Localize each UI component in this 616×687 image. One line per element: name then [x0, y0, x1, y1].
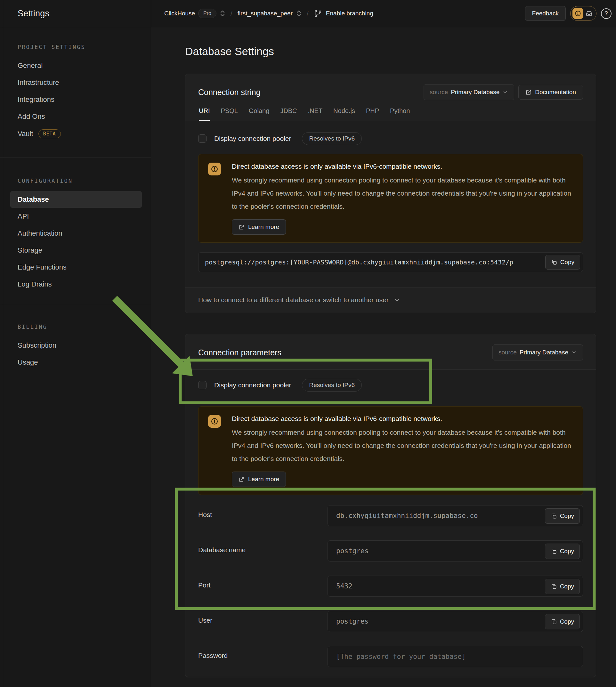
field-row-port: Port 5432 Copy: [198, 576, 583, 597]
database-name-value: postgres: [328, 541, 583, 561]
connection-string-value: postgresql://postgres:[YOUR-PASSWORD]@db…: [198, 252, 583, 272]
sidebar-item-infrastructure[interactable]: Infrastructure: [10, 74, 142, 91]
connection-parameters-card: Connection parameters source Primary Dat…: [185, 334, 596, 678]
field-label: Database name: [198, 540, 328, 554]
port-value: 5432: [328, 576, 583, 596]
sidebar-item-label: Infrastructure: [18, 79, 59, 87]
connection-string-title: Connection string: [198, 88, 261, 97]
display-connection-pooler-label: Display connection pooler: [214, 135, 291, 142]
copy-icon: [551, 619, 557, 625]
sidebar-item-usage[interactable]: Usage: [10, 354, 142, 371]
password-field[interactable]: [The password for your database]: [328, 646, 583, 667]
sidebar-item-edge-functions[interactable]: Edge Functions: [10, 259, 142, 275]
copy-user-button[interactable]: Copy: [545, 614, 580, 629]
sidebar-item-vault[interactable]: Vault BETA: [10, 125, 142, 142]
header-breadcrumb-area: ClickHouse Pro / first_supabase_peer / E…: [151, 0, 616, 27]
tab-python[interactable]: Python: [390, 107, 410, 121]
tab-nodejs[interactable]: Node.js: [333, 107, 355, 121]
connection-string-field[interactable]: postgresql://postgres:[YOUR-PASSWORD]@db…: [198, 252, 583, 272]
display-connection-pooler-checkbox[interactable]: [198, 381, 206, 389]
field-row-host: Host db.cxhygiuitamxhniiddjm.supabase.co…: [198, 505, 583, 526]
plan-badge: Pro: [198, 9, 216, 18]
database-name-field[interactable]: postgres Copy: [328, 540, 583, 561]
display-connection-pooler-label: Display connection pooler: [214, 381, 291, 389]
org-selector-chevrons-icon[interactable]: [220, 9, 225, 18]
external-link-icon: [239, 224, 245, 230]
learn-more-button[interactable]: Learn more: [232, 219, 286, 235]
warning-body: We strongly recommend using connection p…: [232, 174, 572, 213]
connection-parameter-fields: Host db.cxhygiuitamxhniiddjm.supabase.co…: [198, 505, 583, 667]
display-connection-pooler-checkbox[interactable]: [198, 134, 206, 143]
source-dropdown[interactable]: source Primary Database: [492, 345, 583, 360]
beta-badge: BETA: [39, 129, 61, 138]
copy-database-name-button[interactable]: Copy: [545, 544, 580, 559]
tab-php[interactable]: PHP: [366, 107, 379, 121]
tab-psql[interactable]: PSQL: [221, 107, 238, 121]
port-field[interactable]: 5432 Copy: [328, 576, 583, 597]
copy-icon: [551, 583, 557, 590]
resolves-to-ipv6-badge: Resolves to IPv6: [302, 379, 362, 392]
sidebar-section-configuration: CONFIGURATION Database API Authenticatio…: [0, 158, 151, 293]
sidebar-item-integrations[interactable]: Integrations: [10, 91, 142, 108]
sidebar-item-general[interactable]: General: [10, 57, 142, 74]
section-label-configuration: CONFIGURATION: [18, 178, 142, 184]
section-label-billing: BILLING: [18, 324, 142, 330]
sidebar-item-storage[interactable]: Storage: [10, 242, 142, 259]
sidebar-section-billing: BILLING Subscription Usage: [0, 305, 151, 371]
tab-uri[interactable]: URI: [199, 107, 210, 121]
sidebar-item-label: General: [18, 62, 43, 70]
alert-icon: [572, 8, 584, 19]
tab-golang[interactable]: Golang: [249, 107, 269, 121]
user-field[interactable]: postgres Copy: [328, 611, 583, 632]
tab-dotnet[interactable]: .NET: [308, 107, 323, 121]
footer-expander-label: How to connect to a different database o…: [198, 296, 389, 304]
copy-icon: [551, 513, 557, 519]
help-button[interactable]: ?: [601, 8, 612, 19]
external-link-icon: [239, 477, 245, 483]
enable-branching-button[interactable]: Enable branching: [326, 10, 373, 17]
host-value: db.cxhygiuitamxhniiddjm.supabase.co: [328, 506, 583, 526]
connection-string-footer[interactable]: How to connect to a different database o…: [185, 288, 596, 313]
sidebar-item-log-drains[interactable]: Log Drains: [10, 276, 142, 293]
source-dropdown[interactable]: source Primary Database: [423, 84, 514, 100]
resolves-to-ipv6-badge: Resolves to IPv6: [302, 132, 362, 145]
field-label: User: [198, 611, 328, 624]
copy-icon: [551, 259, 557, 265]
password-placeholder: [The password for your database]: [328, 646, 583, 667]
copy-connection-string-button[interactable]: Copy: [545, 255, 580, 269]
warning-body: We strongly recommend using connection p…: [232, 426, 572, 465]
help-glyph: ?: [604, 10, 608, 17]
field-row-password: Password [The password for your database…: [198, 646, 583, 667]
documentation-button[interactable]: Documentation: [518, 85, 583, 99]
warning-alert-icon: [208, 163, 221, 175]
learn-more-button[interactable]: Learn more: [232, 471, 286, 487]
copy-label: Copy: [560, 583, 574, 590]
project-selector-chevrons-icon[interactable]: [296, 9, 302, 18]
sidebar-item-label: API: [18, 212, 29, 221]
copy-icon: [551, 548, 557, 554]
connection-string-card: Connection string source Primary Databas…: [185, 74, 596, 313]
sidebar-item-label: Subscription: [18, 341, 56, 350]
header-settings-title-area: Settings: [0, 0, 151, 27]
inbox-tray-icon: [585, 9, 593, 17]
copy-host-button[interactable]: Copy: [545, 508, 580, 524]
host-field[interactable]: db.cxhygiuitamxhniiddjm.supabase.co Copy: [328, 505, 583, 526]
notification-partner-badge[interactable]: [570, 6, 596, 21]
breadcrumb-org[interactable]: ClickHouse: [164, 10, 195, 17]
sidebar-item-api[interactable]: API: [10, 208, 142, 225]
feedback-button[interactable]: Feedback: [525, 6, 566, 21]
sidebar-item-add-ons[interactable]: Add Ons: [10, 108, 142, 125]
copy-label: Copy: [560, 618, 574, 625]
field-label: Port: [198, 576, 328, 589]
connection-parameters-title: Connection parameters: [198, 348, 281, 357]
sidebar-item-label: Edge Functions: [18, 263, 67, 271]
copy-label: Copy: [560, 548, 574, 555]
copy-port-button[interactable]: Copy: [545, 579, 580, 594]
sidebar-item-authentication[interactable]: Authentication: [10, 225, 142, 242]
source-dropdown-prefix: source: [499, 349, 517, 356]
sidebar-item-subscription[interactable]: Subscription: [10, 337, 142, 354]
sidebar-item-database[interactable]: Database: [10, 191, 142, 208]
tab-jdbc[interactable]: JDBC: [280, 107, 297, 121]
chevron-down-icon: [502, 89, 508, 95]
breadcrumb-project[interactable]: first_supabase_peer: [238, 10, 293, 17]
